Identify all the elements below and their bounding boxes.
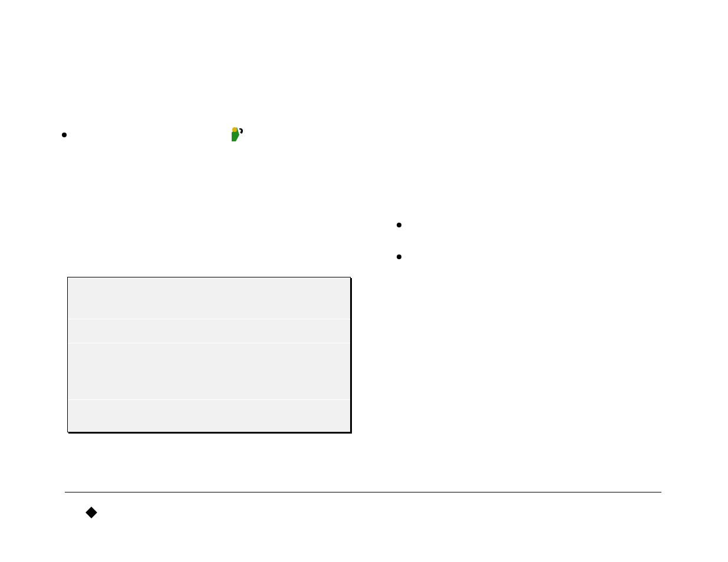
bullet-icon [397,254,401,259]
bullet-icon [397,223,401,227]
document-page [0,0,728,562]
content-table [67,277,351,432]
horizontal-rule [65,492,661,492]
svg-point-1 [232,127,237,132]
table-row [68,277,350,319]
table-row [68,343,350,400]
diamond-bullet-icon [85,507,97,518]
growth-icon [231,127,248,142]
table-row [68,319,350,343]
table-row [68,400,350,434]
bullet-icon [62,133,67,137]
